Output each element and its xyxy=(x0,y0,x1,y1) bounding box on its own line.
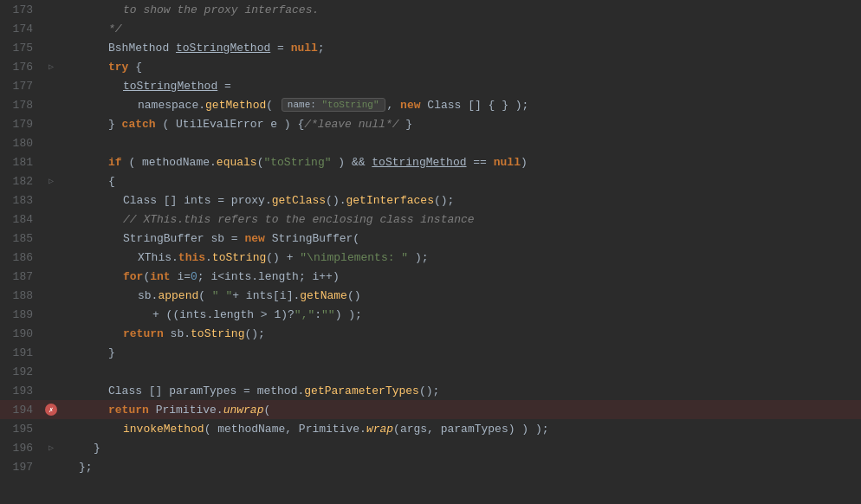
num-token: 0 xyxy=(191,270,197,283)
code-content: for(int i=0; i<ints.length; i++) xyxy=(61,270,861,283)
op-token: ( xyxy=(353,232,359,245)
line-number: 196 xyxy=(0,442,42,455)
op-token: } xyxy=(108,346,115,359)
op-token: } xyxy=(108,118,122,131)
op-token: = xyxy=(236,384,256,397)
code-content: try { xyxy=(61,61,861,74)
method-token: toString xyxy=(212,251,266,264)
gutter: ▷ xyxy=(42,175,61,187)
underline-token: toStringMethod xyxy=(176,42,270,55)
type-token: Class xyxy=(123,194,157,207)
kw-token: null xyxy=(291,42,318,55)
op-token: ) && xyxy=(331,156,372,169)
code-line: 186XThis.this.toString() + "\nimplements… xyxy=(0,248,861,267)
str-token: "" xyxy=(321,308,335,321)
op-token: sb. xyxy=(164,327,191,340)
line-number: 180 xyxy=(0,137,42,150)
code-content: // XThis.this refers to the enclosing cl… xyxy=(61,213,861,226)
code-line: 195invokeMethod( methodName, Primitive.w… xyxy=(0,419,861,438)
op-token: ( xyxy=(198,289,212,302)
code-line: 190return sb.toString(); xyxy=(0,324,861,343)
code-line: 179} catch ( UtilEvalError e ) {/*leave … xyxy=(0,114,861,133)
op-token: (); xyxy=(244,327,264,340)
line-number: 185 xyxy=(0,232,42,245)
op-token: [] xyxy=(157,194,184,207)
code-content: BshMethod toStringMethod = null; xyxy=(61,42,861,55)
type-token: StringBuffer xyxy=(272,232,353,245)
underline-token: toStringMethod xyxy=(123,80,217,93)
op-token: . xyxy=(359,423,366,436)
op-token: ( methodName, xyxy=(204,423,299,436)
line-number: 189 xyxy=(0,308,42,321)
code-line: 184// XThis.this refers to the enclosing… xyxy=(0,210,861,229)
op-token: [] { } ); xyxy=(468,99,528,112)
line-number: 194 xyxy=(0,404,42,417)
line-number: 187 xyxy=(0,270,42,283)
var-token: length xyxy=(258,270,299,283)
line-number: 197 xyxy=(0,461,42,474)
var-token: sb xyxy=(210,232,224,245)
op-token: { xyxy=(108,175,115,188)
var-token: sb xyxy=(138,289,152,302)
error-icon: ✗ xyxy=(45,404,57,416)
op-token: ) ); xyxy=(335,308,362,321)
op-token: , xyxy=(387,99,401,112)
comment-token: // XThis.this refers to the enclosing cl… xyxy=(123,213,475,226)
op-token: ( xyxy=(156,118,176,131)
line-number: 183 xyxy=(0,194,42,207)
line-number: 178 xyxy=(0,99,42,112)
gutter: ▷ xyxy=(42,442,61,454)
comment-token: to show the proxy interfaces. xyxy=(123,3,319,16)
line-number: 193 xyxy=(0,384,42,397)
line-number: 192 xyxy=(0,365,42,378)
op-token: [] xyxy=(142,384,169,397)
code-area[interactable]: 173to show the proxy interfaces.174*/175… xyxy=(0,0,861,504)
code-content: } xyxy=(61,346,861,359)
method-token: getInterfaces xyxy=(346,194,434,207)
code-content: toStringMethod = xyxy=(61,80,861,93)
code-content: return Primitive.unwrap( xyxy=(61,404,861,417)
op-token: (); xyxy=(419,384,439,397)
op-token: }; xyxy=(79,461,93,474)
code-content: if ( methodName.equals("toString" ) && t… xyxy=(61,156,861,169)
op-token: } xyxy=(94,442,100,455)
var-token: paramTypes xyxy=(169,384,236,397)
code-line: 197}; xyxy=(0,457,861,476)
var-token: methodName xyxy=(142,156,210,169)
type-token: Primitive xyxy=(156,404,217,417)
op-token: . xyxy=(210,156,217,169)
op-token: ; xyxy=(318,42,325,55)
op-token: . xyxy=(217,404,223,417)
var-token: length xyxy=(213,308,254,321)
op-token: = xyxy=(217,80,231,93)
method-token: getName xyxy=(300,289,347,302)
code-line: 189+ ((ints.length > 1)?",":"") ); xyxy=(0,305,861,324)
line-number: 176 xyxy=(0,61,42,74)
code-content: { xyxy=(61,175,861,188)
line-number: 195 xyxy=(0,423,42,436)
line-number: 177 xyxy=(0,80,42,93)
code-content: namespace.getMethod( name: "toString", n… xyxy=(61,98,861,112)
type-token: StringBuffer xyxy=(123,232,204,245)
op-token: ); xyxy=(408,251,428,264)
method-token: getClass xyxy=(272,194,326,207)
op-token: . xyxy=(172,251,178,264)
op-token: ; i<ints. xyxy=(197,270,258,283)
op-token xyxy=(204,232,211,245)
kw-token: new xyxy=(400,99,427,112)
op-token: + ((ints. xyxy=(152,308,213,321)
code-content: StringBuffer sb = new StringBuffer( xyxy=(61,232,861,245)
code-line: 183Class [] ints = proxy.getClass().getI… xyxy=(0,191,861,210)
code-content: }; xyxy=(61,461,861,474)
bookmark-icon: ▷ xyxy=(45,442,57,454)
op-token: . xyxy=(152,289,159,302)
type-token: BshMethod xyxy=(108,42,176,55)
line-number: 175 xyxy=(0,42,42,55)
op-token: + ints[i]. xyxy=(232,289,300,302)
op-token: { xyxy=(128,61,142,74)
op-token: . xyxy=(265,194,272,207)
code-line: 174*/ xyxy=(0,19,861,38)
code-line: 176▷try { xyxy=(0,57,861,76)
kw-token: this xyxy=(178,251,205,264)
str-token: "," xyxy=(295,308,314,321)
